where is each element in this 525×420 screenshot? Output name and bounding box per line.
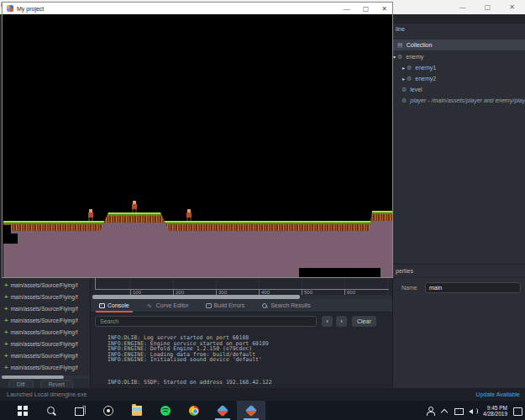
taskbar-defold-editor-button[interactable] [237,401,265,420]
added-file-icon: + [4,293,8,301]
name-input[interactable] [425,282,521,293]
outline-item-enemy[interactable]: ▾⚙enemy [393,51,525,62]
search-tab-icon [261,303,268,308]
game-object-icon: ⚙ [402,87,407,93]
expand-arrow-icon[interactable]: ▸ [401,65,407,71]
game-window-titlebar[interactable]: My project — ▢ ✕ [3,3,392,14]
name-label: Name [402,285,425,291]
added-file-icon: + [4,352,8,360]
taskbar-defold-button[interactable] [208,401,237,420]
added-file-icon: + [4,317,8,324]
changed-file-item[interactable]: +main/assets/Source/Flying/f [0,291,90,302]
changed-file-item[interactable]: +main/assets/Source/Flying/f [0,314,90,326]
app-circle-icon [103,406,113,416]
errors-tab-icon: ! [206,303,212,308]
taskbar-spotify-button[interactable] [151,401,180,420]
outline-header: line [393,24,525,34]
start-icon [18,406,28,416]
tab-build-errors[interactable]: !Build Errors [197,299,254,312]
expand-arrow-icon[interactable]: ▸ [401,76,407,81]
people-icon[interactable] [426,407,434,415]
action-center-icon[interactable] [513,407,522,415]
game-maximize-button[interactable]: ▢ [363,5,370,13]
game-background-notch [299,268,381,277]
game-close-button[interactable]: ✕ [381,5,387,13]
outline-tree: ▾⚙enemy▸⚙enemy1▸⚙enemy2⚙level⚙player - /… [393,51,525,106]
editor-minimize-button[interactable]: — [459,3,466,11]
game-viewport [3,14,392,277]
search-next-button[interactable]: › [336,316,347,327]
changed-file-label: main/assets/Source/Flying/f [11,294,78,300]
outline-item-enemy2[interactable]: ▸⚙enemy2 [393,73,525,84]
console-line: INFO:DLIB: SSDP: Started on address 192.… [108,380,392,386]
changed-file-item[interactable]: +main/assets/Source/Flying/f [0,338,90,349]
game-character-sprite [186,209,192,221]
game-window-icon [7,5,13,12]
search-prev-button[interactable]: ‹ [322,316,333,327]
changed-file-label: main/assets/Source/Flying/f [11,318,78,323]
spotify-icon [160,406,171,416]
added-file-icon: + [4,305,8,312]
changed-file-label: main/assets/Source/Flying/f [11,353,78,359]
changed-file-item[interactable]: +main/assets/Source/Flying/f [0,361,90,373]
changed-file-label: main/assets/Source/Flying/f [11,341,78,347]
outline-item-label: level [410,87,422,92]
changed-file-item[interactable]: +main/assets/Source/Flying/f [0,302,90,314]
system-tray: 9:45 PM 4/28/2019 [426,401,522,420]
chrome-icon [189,406,199,416]
clock-time: 9:45 PM [487,405,507,411]
chevron-icon[interactable] [440,407,449,415]
changed-files-scrollbar[interactable] [0,375,91,379]
taskbar-clock[interactable]: 9:45 PM 4/28/2019 [483,405,507,417]
outline-item-player[interactable]: ⚙player - /main/assets/player and enemy/… [393,95,525,106]
console-output: INFO:DLIB: Log server started on port 60… [91,329,392,388]
status-message: Launched Local dmengine.exe [7,391,87,397]
taskbar-file-explorer-button[interactable] [123,401,151,420]
diff-button[interactable]: Diff [8,380,34,388]
outline-item-label: player - /main/assets/player and enemy/p… [410,97,525,103]
changed-file-item[interactable]: +main/assets/Source/Flying/f [0,326,90,338]
tab-curve-editor[interactable]: ∿Curve Editor [138,299,197,312]
game-minimize-button[interactable]: — [344,5,350,13]
editor-close-button[interactable]: ✕ [509,3,515,11]
changed-file-item[interactable]: +main/assets/Source/Flying/f [0,349,90,361]
taskbar-search-button[interactable] [37,401,66,420]
changed-files-list: +main/assets/Source/Flying/f+main/assets… [0,277,90,373]
taskbar-app-circle-button[interactable] [94,401,123,420]
defold-editor-icon [245,404,257,416]
console-search-input[interactable] [95,316,317,327]
editor-status-bar: Launched Local dmengine.exe Update Avail… [0,388,525,401]
outline-item-enemy1[interactable]: ▸⚙enemy1 [393,62,525,73]
editor-maximize-button[interactable]: ▢ [485,3,491,11]
volume-icon[interactable] [469,407,477,415]
changed-file-item[interactable]: +main/assets/Source/Flying/f [0,279,90,291]
outline-collection-row[interactable]: ▤ Collection [393,39,525,50]
taskbar-chrome-button[interactable] [180,401,208,420]
outline-item-label: enemy2 [415,76,436,81]
tab-label: Search Results [270,302,310,308]
game-character-sprite [131,201,138,213]
taskbar-task-view-button[interactable] [66,401,94,420]
game-ground-surface [3,221,392,231]
network-icon[interactable] [454,407,463,415]
update-available-link[interactable]: Update Available [476,391,520,397]
tab-search-results[interactable]: Search Results [253,299,318,312]
taskbar-start-button[interactable] [8,401,37,420]
console-clear-button[interactable]: Clear [352,316,376,327]
outline-item-level[interactable]: ⚙level [393,84,525,95]
tab-label: Console [108,302,129,308]
changed-files-panel: +main/assets/Source/Flying/f+main/assets… [0,277,91,388]
outline-item-label: enemy1 [415,65,436,71]
file-explorer-icon [132,406,142,416]
tab-console[interactable]: ›Console [91,299,138,312]
properties-section: perties Name [393,264,525,293]
outline-panel: line ▤ Collection ▾⚙enemy▸⚙enemy1▸⚙enemy… [392,14,525,388]
revert-button[interactable]: Revert [40,380,73,388]
game-object-icon: ⚙ [407,65,412,71]
desktop-screen: — ▢ ✕ line ▤ Collection ▾⚙enemy▸⚙enemy1▸… [0,0,525,420]
collection-icon: ▤ [397,42,403,49]
tab-label: Build Errors [214,302,245,308]
changed-file-label: main/assets/Source/Flying/f [11,365,78,370]
game-terrain-bump [98,213,171,234]
game-window: My project — ▢ ✕ [2,2,393,278]
